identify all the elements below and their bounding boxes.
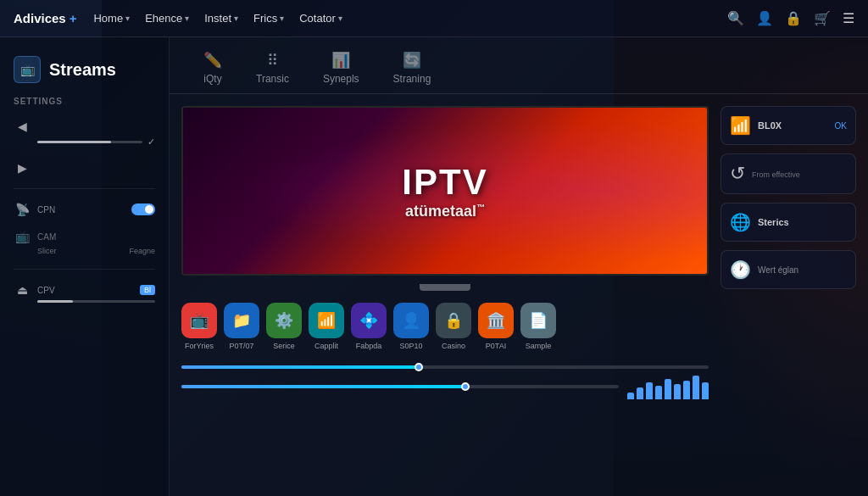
user-icon[interactable]: 👤 — [756, 10, 773, 26]
cat-pot07[interactable]: 📁 P0T/07 — [224, 303, 259, 350]
cat-label-casino: Casino — [442, 342, 465, 350]
cat-serice[interactable]: ⚙️ Serice — [266, 303, 302, 350]
category-row: 📺 ForYries 📁 P0T/07 ⚙️ Serice 📶 Capplit — [181, 299, 709, 354]
tab-transic[interactable]: ⠿ Transic — [239, 46, 306, 93]
cat-potai[interactable]: 🏛️ P0TAI — [478, 303, 514, 350]
content-tabs: ✏️ iQty ⠿ Transic 📊 Synepls 🔄 Straning — [170, 37, 868, 94]
topbar: Adivices+ Home Ehence Instet Frics Cotat… — [0, 0, 868, 37]
logo-plus: + — [70, 11, 77, 25]
cat-foryries[interactable]: 📺 ForYries — [181, 303, 217, 350]
menu-icon[interactable]: ☰ — [843, 10, 854, 26]
cat-label-potai: P0TAI — [486, 342, 506, 350]
sidebar-icon: 📺 — [14, 56, 41, 83]
setting-top-4: 📺 CAM — [14, 230, 155, 243]
main-layout: 📺 Streams SETTINGS ◀ ✓ ▶ — [0, 37, 868, 496]
tv-title-text: IPTV — [402, 162, 487, 203]
cat-label-foryries: ForYries — [185, 342, 214, 350]
progress-1[interactable] — [181, 365, 709, 369]
globe-card: 🌐 Sterics — [721, 203, 856, 242]
cat-capplit[interactable]: 📶 Capplit — [309, 303, 344, 350]
bar-9 — [702, 382, 709, 399]
progress-row-2 — [181, 374, 709, 399]
slider-5[interactable] — [37, 300, 155, 303]
tab-synepls[interactable]: 📊 Synepls — [306, 46, 376, 93]
cam-label: CAM — [37, 232, 56, 242]
setting-top-1: ◀ — [14, 120, 155, 133]
back-icon: ◀ — [14, 120, 31, 133]
ok-label: OK — [835, 121, 847, 131]
right-panel: 📶 BL0X OK ↺ From effective — [721, 106, 856, 484]
topbar-icons: 🔍 👤 🔒 🛒 ☰ — [727, 10, 854, 26]
wifi-row: 📶 BL0X OK — [730, 115, 847, 136]
cpn-toggle[interactable] — [131, 203, 155, 215]
logo[interactable]: Adivices+ — [14, 11, 76, 25]
cat-icon-sample: 📄 — [520, 303, 556, 338]
bar-1 — [627, 393, 634, 399]
nav-bar: Home Ehence Instet Frics Cotator — [93, 12, 710, 25]
wifi-name: BL0X — [758, 120, 782, 131]
cat-icon-casino: 🔒 — [436, 303, 471, 338]
slider-1[interactable] — [37, 141, 142, 143]
globe-icon: 🌐 — [730, 212, 751, 232]
lock-icon[interactable]: 🔒 — [785, 10, 802, 26]
tv-icon: 📺 — [14, 230, 31, 243]
setting-top-2: ▶ — [14, 161, 155, 175]
wifi-info: BL0X — [758, 120, 782, 131]
globe-info: Sterics — [758, 217, 789, 227]
rotate-label: From effective — [752, 170, 800, 179]
bar-8 — [693, 376, 699, 399]
cat-casino[interactable]: 🔒 Casino — [436, 303, 471, 350]
cat-s0p10[interactable]: 👤 S0P10 — [393, 303, 429, 350]
slider-row-5 — [14, 300, 155, 303]
cat-icon-capplit: 📶 — [309, 303, 344, 338]
divider-1 — [14, 188, 155, 189]
cart-icon[interactable]: 🛒 — [814, 10, 831, 26]
tab-iqty[interactable]: ✏️ iQty — [186, 46, 239, 93]
rotate-info: From effective — [752, 169, 800, 179]
feagne-label: Feagne — [129, 247, 155, 255]
cat-label-pot07: P0T/07 — [229, 342, 253, 350]
nav-ehence[interactable]: Ehence — [145, 12, 189, 25]
setting-top-3: 📡 CPN — [14, 203, 155, 216]
cat-icon-s0p10: 👤 — [393, 303, 429, 338]
bar-7 — [683, 381, 690, 399]
bar-chart — [627, 374, 709, 399]
logo-text: Adivices — [14, 11, 66, 25]
tv-preview: IPTV atümetaal™ 📺 ForYries 📁 — [181, 106, 709, 484]
cat-icon-serice: ⚙️ — [266, 303, 302, 338]
tv-overlay: IPTV atümetaal™ — [183, 108, 707, 274]
sidebar-header: 📺 Streams — [0, 51, 169, 97]
control-bar — [181, 362, 709, 403]
bl-badge: Bl — [140, 285, 155, 295]
cat-label-capplit: Capplit — [314, 342, 338, 350]
globe-label: Sterics — [758, 217, 789, 227]
setting-top-5: ⏏ CPV Bl — [14, 283, 155, 297]
cat-icon-pot07: 📁 — [224, 303, 259, 338]
cat-label-serice: Serice — [273, 342, 295, 350]
tv-subtitle-text: atümetaal™ — [405, 203, 485, 220]
tv-stand — [420, 284, 470, 291]
search-icon[interactable]: 🔍 — [727, 10, 744, 26]
bar-4 — [655, 386, 662, 399]
bottom-row: 🕐 Wert églan — [730, 259, 847, 280]
tv-screen: IPTV atümetaal™ — [181, 106, 709, 276]
edit-icon: ✏️ — [203, 51, 222, 70]
refresh-icon: 🔄 — [403, 51, 421, 70]
setting-row-1: ◀ ✓ — [0, 113, 169, 154]
cpv-label: CPV — [37, 286, 133, 295]
tab-straning[interactable]: 🔄 Straning — [376, 46, 448, 93]
slicer-label: Slicer — [37, 247, 57, 255]
nav-home[interactable]: Home — [93, 12, 130, 25]
cat-icon-foryries: 📺 — [181, 303, 217, 338]
nav-frics[interactable]: Frics — [253, 12, 284, 25]
setting-row-4: 📺 CAM Slicer Feagne — [0, 223, 169, 262]
wifi-tv-icon: 📡 — [14, 203, 31, 216]
bar-3 — [646, 382, 653, 399]
cat-label-fabpda: Fabpda — [356, 342, 382, 350]
cat-fabpda[interactable]: 💠 Fabpda — [351, 303, 387, 350]
nav-cotator[interactable]: Cotator — [299, 12, 342, 25]
progress-2[interactable] — [181, 385, 619, 388]
nav-instet[interactable]: Instet — [204, 12, 238, 25]
divider-2 — [14, 269, 155, 270]
cat-sample[interactable]: 📄 Sample — [520, 303, 556, 350]
